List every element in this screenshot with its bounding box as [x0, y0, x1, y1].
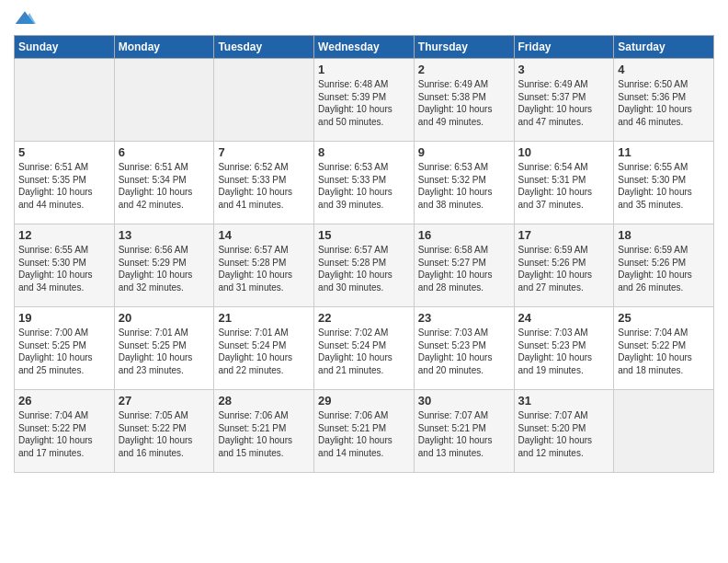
day-cell: [214, 59, 314, 142]
day-info: Sunrise: 7:03 AM Sunset: 5:23 PM Dayligh…: [518, 327, 610, 376]
day-number: 7: [218, 145, 310, 159]
day-info: Sunrise: 6:56 AM Sunset: 5:29 PM Dayligh…: [119, 244, 210, 293]
day-cell: 20Sunrise: 7:01 AM Sunset: 5:25 PM Dayli…: [114, 307, 214, 390]
week-row-3: 12Sunrise: 6:55 AM Sunset: 5:30 PM Dayli…: [15, 224, 714, 307]
day-info: Sunrise: 6:57 AM Sunset: 5:28 PM Dayligh…: [218, 244, 310, 293]
day-number: 8: [318, 145, 410, 159]
day-cell: [15, 59, 115, 142]
day-cell: 8Sunrise: 6:53 AM Sunset: 5:33 PM Daylig…: [314, 142, 415, 224]
week-row-4: 19Sunrise: 7:00 AM Sunset: 5:25 PM Dayli…: [15, 307, 714, 390]
day-cell: 31Sunrise: 7:07 AM Sunset: 5:20 PM Dayli…: [514, 390, 614, 473]
day-cell: 30Sunrise: 7:07 AM Sunset: 5:21 PM Dayli…: [414, 390, 514, 473]
day-cell: 18Sunrise: 6:59 AM Sunset: 5:26 PM Dayli…: [614, 224, 714, 307]
header-row: SundayMondayTuesdayWednesdayThursdayFrid…: [15, 36, 714, 59]
day-cell: 2Sunrise: 6:49 AM Sunset: 5:38 PM Daylig…: [414, 59, 514, 142]
day-cell: 26Sunrise: 7:04 AM Sunset: 5:22 PM Dayli…: [15, 390, 115, 473]
page-header: [14, 9, 714, 28]
day-info: Sunrise: 6:49 AM Sunset: 5:38 PM Dayligh…: [418, 78, 510, 128]
day-info: Sunrise: 7:07 AM Sunset: 5:20 PM Dayligh…: [518, 409, 610, 459]
header-cell-tuesday: Tuesday: [214, 36, 314, 59]
day-number: 30: [418, 394, 510, 408]
day-cell: [114, 59, 214, 142]
day-number: 20: [119, 311, 210, 325]
day-cell: 27Sunrise: 7:05 AM Sunset: 5:22 PM Dayli…: [114, 390, 214, 473]
day-number: 9: [418, 145, 510, 159]
day-number: 31: [518, 394, 610, 408]
day-cell: 22Sunrise: 7:02 AM Sunset: 5:24 PM Dayli…: [314, 307, 415, 390]
day-number: 18: [618, 228, 710, 242]
day-cell: 29Sunrise: 7:06 AM Sunset: 5:21 PM Dayli…: [314, 390, 415, 473]
day-number: 29: [318, 394, 410, 408]
day-number: 3: [518, 63, 610, 76]
day-cell: 23Sunrise: 7:03 AM Sunset: 5:23 PM Dayli…: [414, 307, 514, 390]
day-info: Sunrise: 6:48 AM Sunset: 5:39 PM Dayligh…: [318, 78, 410, 128]
day-cell: 19Sunrise: 7:00 AM Sunset: 5:25 PM Dayli…: [15, 307, 115, 390]
day-cell: 28Sunrise: 7:06 AM Sunset: 5:21 PM Dayli…: [214, 390, 314, 473]
day-cell: 11Sunrise: 6:55 AM Sunset: 5:30 PM Dayli…: [614, 142, 714, 224]
day-number: 15: [318, 228, 410, 242]
day-number: 28: [218, 394, 310, 408]
day-cell: 7Sunrise: 6:52 AM Sunset: 5:33 PM Daylig…: [214, 142, 314, 224]
day-number: 26: [18, 394, 110, 408]
day-info: Sunrise: 6:49 AM Sunset: 5:37 PM Dayligh…: [518, 78, 610, 128]
day-cell: 24Sunrise: 7:03 AM Sunset: 5:23 PM Dayli…: [514, 307, 614, 390]
day-number: 23: [418, 311, 510, 325]
day-info: Sunrise: 6:59 AM Sunset: 5:26 PM Dayligh…: [618, 244, 710, 293]
calendar-table: SundayMondayTuesdayWednesdayThursdayFrid…: [14, 35, 714, 473]
day-cell: 14Sunrise: 6:57 AM Sunset: 5:28 PM Dayli…: [214, 224, 314, 307]
day-cell: [614, 390, 714, 473]
header-cell-thursday: Thursday: [414, 36, 514, 59]
day-cell: 4Sunrise: 6:50 AM Sunset: 5:36 PM Daylig…: [614, 59, 714, 142]
day-cell: 13Sunrise: 6:56 AM Sunset: 5:29 PM Dayli…: [114, 224, 214, 307]
calendar-body: 1Sunrise: 6:48 AM Sunset: 5:39 PM Daylig…: [15, 59, 714, 473]
day-cell: 6Sunrise: 6:51 AM Sunset: 5:34 PM Daylig…: [114, 142, 214, 224]
day-cell: 1Sunrise: 6:48 AM Sunset: 5:39 PM Daylig…: [314, 59, 415, 142]
calendar-header: SundayMondayTuesdayWednesdayThursdayFrid…: [15, 36, 714, 59]
day-cell: 16Sunrise: 6:58 AM Sunset: 5:27 PM Dayli…: [414, 224, 514, 307]
day-info: Sunrise: 6:54 AM Sunset: 5:31 PM Dayligh…: [518, 161, 610, 211]
day-number: 17: [518, 228, 610, 242]
day-info: Sunrise: 6:51 AM Sunset: 5:35 PM Dayligh…: [18, 161, 110, 211]
logo: [14, 9, 40, 28]
day-number: 2: [418, 63, 510, 76]
day-number: 24: [518, 311, 610, 325]
day-info: Sunrise: 7:01 AM Sunset: 5:24 PM Dayligh…: [218, 327, 310, 376]
day-cell: 17Sunrise: 6:59 AM Sunset: 5:26 PM Dayli…: [514, 224, 614, 307]
day-info: Sunrise: 7:04 AM Sunset: 5:22 PM Dayligh…: [618, 327, 710, 376]
day-info: Sunrise: 7:07 AM Sunset: 5:21 PM Dayligh…: [418, 409, 510, 459]
header-cell-friday: Friday: [514, 36, 614, 59]
header-cell-monday: Monday: [114, 36, 214, 59]
day-info: Sunrise: 6:58 AM Sunset: 5:27 PM Dayligh…: [418, 244, 510, 293]
day-number: 27: [119, 394, 210, 408]
logo-icon: [14, 9, 36, 28]
day-info: Sunrise: 6:57 AM Sunset: 5:28 PM Dayligh…: [318, 244, 410, 293]
day-number: 1: [318, 63, 410, 76]
day-info: Sunrise: 7:03 AM Sunset: 5:23 PM Dayligh…: [418, 327, 510, 376]
day-info: Sunrise: 7:04 AM Sunset: 5:22 PM Dayligh…: [18, 409, 110, 459]
header-cell-sunday: Sunday: [15, 36, 115, 59]
day-info: Sunrise: 6:55 AM Sunset: 5:30 PM Dayligh…: [18, 244, 110, 293]
day-info: Sunrise: 6:50 AM Sunset: 5:36 PM Dayligh…: [618, 78, 710, 128]
day-number: 21: [218, 311, 310, 325]
day-info: Sunrise: 6:51 AM Sunset: 5:34 PM Dayligh…: [119, 161, 210, 211]
day-cell: 25Sunrise: 7:04 AM Sunset: 5:22 PM Dayli…: [614, 307, 714, 390]
day-info: Sunrise: 6:52 AM Sunset: 5:33 PM Dayligh…: [218, 161, 310, 211]
day-number: 19: [18, 311, 110, 325]
day-number: 5: [18, 145, 110, 159]
day-cell: 10Sunrise: 6:54 AM Sunset: 5:31 PM Dayli…: [514, 142, 614, 224]
day-info: Sunrise: 6:59 AM Sunset: 5:26 PM Dayligh…: [518, 244, 610, 293]
week-row-1: 1Sunrise: 6:48 AM Sunset: 5:39 PM Daylig…: [15, 59, 714, 142]
day-number: 10: [518, 145, 610, 159]
day-number: 16: [418, 228, 510, 242]
day-number: 4: [618, 63, 710, 76]
day-info: Sunrise: 7:00 AM Sunset: 5:25 PM Dayligh…: [18, 327, 110, 376]
day-cell: 15Sunrise: 6:57 AM Sunset: 5:28 PM Dayli…: [314, 224, 415, 307]
day-cell: 9Sunrise: 6:53 AM Sunset: 5:32 PM Daylig…: [414, 142, 514, 224]
day-info: Sunrise: 6:53 AM Sunset: 5:32 PM Dayligh…: [418, 161, 510, 211]
day-number: 11: [618, 145, 710, 159]
day-number: 22: [318, 311, 410, 325]
week-row-2: 5Sunrise: 6:51 AM Sunset: 5:35 PM Daylig…: [15, 142, 714, 224]
day-cell: 3Sunrise: 6:49 AM Sunset: 5:37 PM Daylig…: [514, 59, 614, 142]
day-info: Sunrise: 7:02 AM Sunset: 5:24 PM Dayligh…: [318, 327, 410, 376]
day-cell: 21Sunrise: 7:01 AM Sunset: 5:24 PM Dayli…: [214, 307, 314, 390]
